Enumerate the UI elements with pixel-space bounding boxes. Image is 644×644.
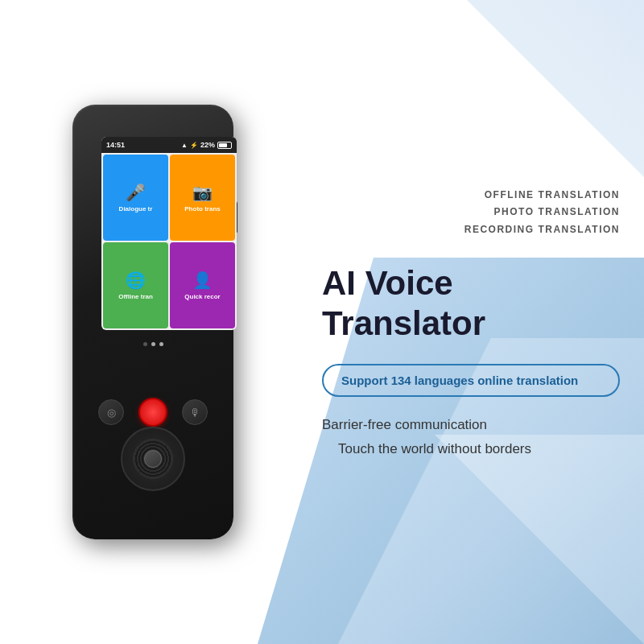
tagline-barrier-free: Barrier-free communication <box>322 417 620 433</box>
dialogue-app-tile[interactable]: 🎤 Dialogue tr <box>103 155 168 241</box>
bluetooth-icon: ⚡ <box>190 142 198 149</box>
microphone-icon: 🎤 <box>126 183 146 202</box>
battery-icon <box>217 142 232 149</box>
feature-list: OFFLINE TRANSLATION PHOTO TRANSLATION RE… <box>322 187 620 239</box>
fingerprint-icon: ◎ <box>107 407 116 419</box>
record-button[interactable] <box>138 398 167 427</box>
feature-photo: PHOTO TRANSLATION <box>322 204 620 221</box>
battery-percent: 22% <box>200 141 215 149</box>
person-icon: 👤 <box>192 270 213 290</box>
support-badge: Support 134 languages online translation <box>322 364 620 397</box>
mic-icon: 🎙 <box>190 407 200 419</box>
tagline-world: Touch the world without borders <box>338 441 620 457</box>
dot-2 <box>151 342 155 346</box>
translator-device: 14:51 ▲ ⚡ 22% 🎤 <box>56 89 250 555</box>
feature-recording: RECORDING TRANSLATION <box>322 221 620 239</box>
offline-app-label: Offline tran <box>118 293 153 300</box>
main-title: AI Voice Translator <box>322 263 620 345</box>
wifi-icon: ▲ <box>181 142 188 149</box>
status-time: 14:51 <box>106 141 125 149</box>
dialogue-app-label: Dialogue tr <box>119 205 153 213</box>
globe-icon: 🌐 <box>126 270 146 290</box>
right-button[interactable]: 🎙 <box>182 399 208 425</box>
dot-1 <box>143 342 147 346</box>
device-buttons: ◎ 🎙 <box>98 398 208 427</box>
recording-app-label: Quick recor <box>184 293 220 300</box>
speaker-center <box>144 450 162 468</box>
device-body: 14:51 ▲ ⚡ 22% 🎤 <box>72 105 233 539</box>
photo-app-tile[interactable]: 📷 Photo trans <box>170 155 235 241</box>
feature-offline: OFFLINE TRANSLATION <box>322 187 620 204</box>
device-screen: 14:51 ▲ ⚡ 22% 🎤 <box>101 137 237 330</box>
left-button[interactable]: ◎ <box>98 399 124 425</box>
info-section: OFFLINE TRANSLATION PHOTO TRANSLATION RE… <box>306 0 644 644</box>
status-bar: 14:51 ▲ ⚡ 22% <box>101 137 237 153</box>
device-section: 14:51 ▲ ⚡ 22% 🎤 <box>0 0 306 644</box>
battery-fill <box>219 143 227 147</box>
speaker-grill <box>121 427 185 491</box>
dot-3 <box>159 342 163 346</box>
photo-app-label: Photo trans <box>184 205 220 213</box>
status-icons: ▲ ⚡ 22% <box>181 141 232 149</box>
offline-app-tile[interactable]: 🌐 Offline tran <box>103 242 168 328</box>
camera-icon: 📷 <box>192 183 213 202</box>
recording-app-tile[interactable]: 👤 Quick recor <box>170 242 235 328</box>
app-grid: 🎤 Dialogue tr 📷 Photo trans 🌐 Offline tr… <box>101 153 237 330</box>
